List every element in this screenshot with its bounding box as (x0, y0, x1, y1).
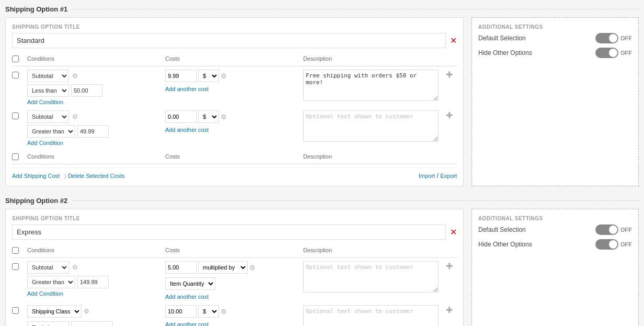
row2-gear-icon-1[interactable]: ⚙ (72, 113, 78, 120)
default-selection-label-2: Default Selection (478, 226, 526, 233)
empty-desc-1: Description (303, 153, 439, 162)
row1-drag-handle-1: ✚ (441, 70, 457, 80)
row1-cost-unit-2[interactable]: multiplied by (198, 261, 248, 274)
check-all-1[interactable] (12, 55, 19, 62)
row1-condition-op-1[interactable]: Less than (27, 84, 69, 97)
row1-condition-type-2[interactable]: Subtotal (27, 261, 69, 274)
row1-condition-val-2[interactable] (77, 276, 109, 288)
row2-condition-val-1[interactable] (77, 125, 109, 138)
shipping-option-1-title: Shipping Option #1 (5, 5, 67, 13)
row1-cost-value-2[interactable] (165, 261, 197, 274)
footer-right-1: Import / Export (419, 172, 457, 179)
hide-other-options-toggle-2[interactable]: OFF (595, 239, 632, 250)
hide-other-options-label-1: Hide Other Options (478, 49, 532, 57)
conditions-header-1: Conditions (27, 55, 163, 64)
additional-settings-label-1: ADDITIONAL SETTINGS (478, 24, 632, 30)
delete-option-2-button[interactable]: ✕ (450, 228, 457, 237)
row2-desc-2[interactable] (303, 305, 439, 326)
row1-condition-val-1[interactable] (71, 84, 102, 97)
row2-drag-handle-1: ✚ (441, 110, 457, 120)
hide-other-options-toggle-1[interactable]: OFF (595, 48, 632, 58)
row1-add-another-cost-1[interactable]: Add another cost (165, 86, 301, 92)
shipping-option-1: Shipping Option #1 SHIPPING OPTION TITLE… (5, 5, 639, 186)
description-header-2: Description (303, 247, 439, 255)
title-label-2: SHIPPING OPTION TITLE (12, 216, 457, 221)
export-link-1[interactable]: Export (440, 173, 457, 179)
row1-gear-icon-1[interactable]: ⚙ (72, 72, 78, 80)
shipping-title-input-2[interactable] (12, 224, 446, 240)
default-selection-row-1: Default Selection OFF (478, 33, 632, 43)
row2-checkbox-2[interactable] (12, 307, 19, 314)
row2-condition-op-2[interactable]: Excludes (27, 321, 69, 326)
costs-header-2: Costs (165, 247, 301, 255)
row1-cost-unit-1[interactable]: $ (198, 70, 219, 82)
row1-desc-2[interactable] (303, 261, 439, 293)
toggle1-label-1: OFF (620, 35, 632, 41)
row2-desc-1[interactable] (303, 110, 439, 142)
shipping-option-2: Shipping Option #2 SHIPPING OPTION TITLE… (5, 197, 639, 326)
row2-add-another-cost-2[interactable]: Add another cost (165, 321, 301, 326)
footer-left-1: Add Shipping Cost | Delete Selected Cost… (12, 172, 128, 179)
row1-item-quantity-select-2[interactable]: Item Quantity (165, 277, 215, 290)
shipping-title-input-1[interactable] (12, 33, 446, 48)
row2-cost-unit-2[interactable]: $ (198, 305, 219, 318)
title-label-1: SHIPPING OPTION TITLE (12, 24, 457, 30)
row2-cost-unit-1[interactable]: $ (198, 110, 219, 123)
dashed-divider-1 (73, 9, 639, 9)
row1-cost-gear-2[interactable]: ⚙ (249, 264, 256, 272)
row1-condition-type-1[interactable]: Subtotal (27, 70, 69, 82)
default-selection-toggle-1[interactable]: OFF (595, 33, 632, 43)
row2-add-another-cost-1[interactable]: Add another cost (165, 127, 301, 133)
import-link-1[interactable]: Import (419, 173, 435, 179)
main-panel-2: SHIPPING OPTION TITLE ✕ Conditions Costs… (5, 209, 464, 326)
row2-drag-handle-2: ✚ (441, 305, 457, 315)
row2-cost-gear-1[interactable]: ⚙ (221, 113, 227, 121)
row1-drag-handle-2: ✚ (441, 261, 457, 271)
row1-gear-icon-2[interactable]: ⚙ (72, 264, 78, 271)
row2-checkbox-1[interactable] (12, 113, 19, 119)
row1-add-another-cost-2[interactable]: Add another cost (165, 294, 301, 300)
row2-condition-type-2[interactable]: Shipping Class (27, 305, 82, 318)
toggle2-label-1: OFF (620, 50, 632, 56)
footer-separator-1: | (64, 173, 66, 179)
row2-condition-type-1[interactable]: Subtotal (27, 110, 69, 123)
dashed-divider-2 (73, 200, 639, 201)
delete-option-1-button[interactable]: ✕ (450, 37, 457, 45)
hide-other-options-row-2: Hide Other Options OFF (478, 239, 632, 250)
empty-conditions-1: Conditions (27, 153, 163, 162)
row2-cost-value-1[interactable] (165, 110, 197, 123)
row1-checkbox-1[interactable] (12, 72, 19, 78)
additional-settings-2: ADDITIONAL SETTINGS Default Selection OF… (472, 209, 639, 326)
empty-row-check-1[interactable] (12, 153, 19, 160)
costs-header-1: Costs (165, 55, 301, 64)
default-selection-toggle-2[interactable]: OFF (595, 224, 632, 235)
hide-other-options-label-2: Hide Other Options (478, 241, 532, 248)
check-all-col-1 (12, 55, 25, 64)
toggle2-label-2: OFF (620, 241, 632, 248)
description-header-1: Description (303, 55, 439, 64)
row1-checkbox-2[interactable] (12, 263, 19, 270)
row2-condition-val-select-2[interactable]: test (71, 321, 113, 326)
row2-cost-gear-2[interactable]: ⚙ (221, 308, 227, 316)
empty-costs-1: Costs (165, 153, 301, 162)
row1-cost-gear-1[interactable]: ⚙ (221, 72, 227, 80)
add-condition-link-row2-1[interactable]: Add Condition (27, 140, 163, 146)
row1-desc-1[interactable]: Free shipping with orders $50 or more! (303, 70, 439, 101)
delete-selected-costs-link-1[interactable]: Delete Selected Costs (68, 173, 125, 179)
add-condition-link-row1-1[interactable]: Add Condition (27, 99, 163, 105)
default-selection-row-2: Default Selection OFF (478, 224, 632, 235)
additional-settings-label-2: ADDITIONAL SETTINGS (478, 216, 632, 221)
row1-cost-value-1[interactable] (165, 70, 197, 82)
row2-cost-value-2[interactable] (165, 305, 197, 318)
additional-settings-1: ADDITIONAL SETTINGS Default Selection OF… (472, 17, 639, 186)
check-all-2[interactable] (12, 247, 19, 254)
add-shipping-cost-link-1[interactable]: Add Shipping Cost (12, 173, 60, 179)
row2-condition-op-1[interactable]: Greater than (27, 125, 75, 138)
hide-other-options-row-1: Hide Other Options OFF (478, 48, 632, 58)
add-condition-link-row1-2[interactable]: Add Condition (27, 290, 163, 297)
default-selection-label-1: Default Selection (478, 35, 526, 42)
row1-condition-op-2[interactable]: Greater than (27, 276, 75, 288)
main-panel-1: SHIPPING OPTION TITLE ✕ Conditions Costs… (5, 17, 464, 186)
toggle1-label-2: OFF (620, 227, 632, 233)
row2-gear-icon-2[interactable]: ⚙ (84, 308, 89, 315)
